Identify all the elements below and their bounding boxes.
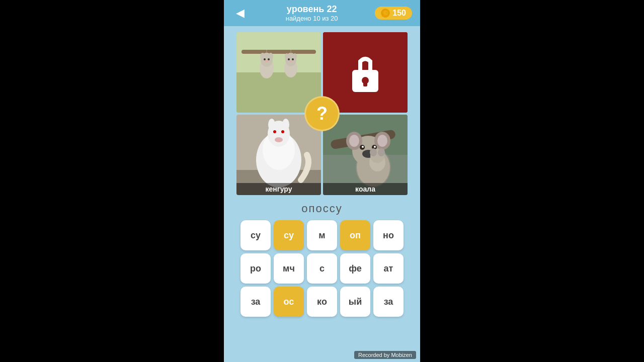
- svg-point-53: [370, 148, 377, 156]
- svg-point-19: [288, 58, 290, 60]
- found-text: найдено 10 из 20: [249, 15, 375, 22]
- key-су-2[interactable]: су: [274, 220, 304, 250]
- key-ос[interactable]: ос: [274, 287, 304, 317]
- header-title: уровень 22 найдено 10 из 20: [249, 4, 375, 22]
- answer-area: опоссу: [236, 202, 408, 215]
- svg-point-32: [282, 119, 289, 131]
- right-panel: [420, 0, 644, 362]
- question-mark: ?: [304, 96, 340, 131]
- key-оп[interactable]: оп: [340, 220, 370, 250]
- coins-badge: © 150: [375, 7, 412, 20]
- svg-rect-25: [363, 80, 367, 86]
- images-grid: кенгуру: [236, 32, 408, 195]
- keyboard: су су м оп но ро мч с фе ат за ос ко ый …: [236, 220, 408, 317]
- left-panel: [0, 0, 224, 362]
- key-мч[interactable]: мч: [274, 253, 304, 284]
- header: ◀ уровень 22 найдено 10 из 20 © 150: [224, 0, 420, 26]
- koala-label: коала: [323, 183, 408, 195]
- key-за-1[interactable]: за: [240, 287, 271, 317]
- key-су-1[interactable]: су: [240, 220, 271, 250]
- key-row-1: су су м оп но: [236, 220, 408, 250]
- svg-point-43: [349, 135, 359, 147]
- key-за-2[interactable]: за: [373, 287, 404, 317]
- key-ат[interactable]: ат: [373, 253, 404, 284]
- answer-word: опоссу: [301, 202, 342, 215]
- image-cell-possum: [236, 32, 321, 113]
- kangaroo-label: кенгуру: [236, 183, 321, 195]
- key-с[interactable]: с: [307, 253, 337, 284]
- key-ко[interactable]: ко: [307, 287, 337, 317]
- svg-point-11: [268, 58, 270, 60]
- key-ро[interactable]: ро: [240, 253, 271, 284]
- svg-point-18: [293, 53, 297, 59]
- back-button[interactable]: ◀: [232, 5, 249, 22]
- svg-point-50: [374, 146, 376, 148]
- image-cell-kangaroo: кенгуру: [236, 115, 321, 195]
- svg-point-12: [265, 60, 269, 62]
- key-фе[interactable]: фе: [340, 253, 370, 284]
- svg-point-35: [281, 130, 284, 133]
- key-м[interactable]: м: [307, 220, 337, 250]
- svg-point-10: [264, 58, 266, 60]
- key-row-2: ро мч с фе ат: [236, 253, 408, 284]
- image-cell-locked: [323, 32, 408, 113]
- svg-point-33: [275, 137, 283, 142]
- key-row-3: за ос ко ый за: [236, 287, 408, 317]
- svg-point-31: [268, 119, 275, 131]
- watermark: Recorded by Mobizen: [354, 351, 416, 359]
- coin-icon: ©: [381, 9, 390, 18]
- image-cell-koala: коала: [323, 115, 408, 195]
- level-text: уровень 22: [249, 4, 375, 15]
- svg-point-20: [292, 58, 294, 60]
- svg-point-49: [362, 146, 364, 148]
- coins-count: 150: [392, 9, 406, 18]
- svg-point-54: [378, 148, 385, 156]
- svg-rect-3: [242, 50, 316, 54]
- key-ый[interactable]: ый: [340, 287, 370, 317]
- svg-point-21: [289, 61, 292, 62]
- svg-point-45: [377, 135, 387, 147]
- phone-container: ◀ уровень 22 найдено 10 из 20 © 150: [224, 0, 420, 362]
- svg-point-34: [273, 130, 276, 133]
- key-но[interactable]: но: [373, 220, 404, 250]
- svg-point-17: [285, 53, 289, 59]
